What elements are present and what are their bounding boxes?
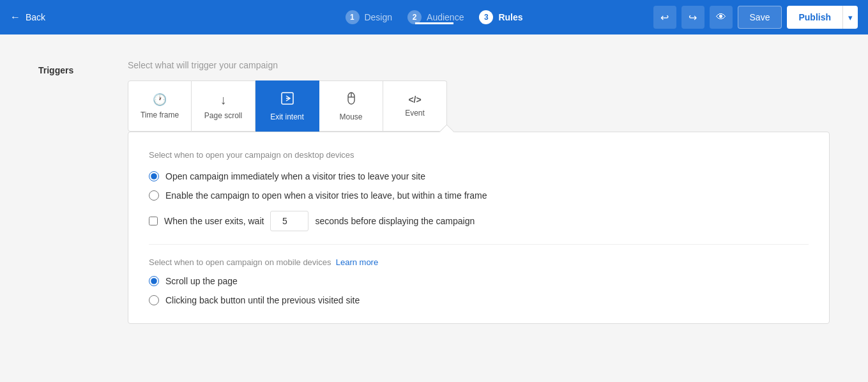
mobile-radio-scroll-up[interactable]	[149, 276, 159, 286]
step-rules-badge: 3	[479, 10, 493, 24]
mobile-option-scroll-up-label: Scroll up the page	[165, 276, 238, 286]
section-label: Triggers	[38, 60, 89, 324]
step-design-badge: 1	[345, 10, 359, 24]
mobile-radio-group: Scroll up the page Clicking back button …	[149, 276, 809, 305]
triggers-section: Triggers Select what will trigger your c…	[38, 60, 830, 324]
tab-mouse-label: Mouse	[339, 112, 362, 121]
desktop-option-immediately[interactable]: Open campaign immediately when a visitor…	[149, 171, 809, 181]
app-header: ← Back 1 Design 2 Audience 3 Rules ↩ ↪ 👁…	[0, 0, 868, 34]
publish-group: Publish ▾	[787, 6, 858, 29]
options-panel: Select when to open your campaign on des…	[128, 132, 830, 324]
tab-event-label: Event	[405, 109, 425, 118]
mobile-options-title: Select when to open campaign on mobile d…	[149, 257, 809, 267]
mobile-option-scroll-up[interactable]: Scroll up the page	[149, 276, 809, 286]
wait-suffix-label: seconds before displaying the campaign	[315, 216, 475, 226]
chevron-down-icon: ▾	[848, 13, 853, 22]
publish-button[interactable]: Publish	[787, 6, 842, 29]
step-rules-label: Rules	[498, 12, 522, 22]
preview-button[interactable]: 👁	[710, 6, 733, 29]
back-button[interactable]: ← Back	[10, 11, 45, 23]
tab-page-scroll-label: Page scroll	[204, 111, 242, 120]
mobile-option-back-button-label: Clicking back button until the previous …	[165, 295, 360, 305]
back-label: Back	[26, 12, 45, 22]
step-nav: 1 Design 2 Audience 3 Rules	[345, 10, 522, 24]
tab-time-frame-label: Time frame	[141, 111, 179, 119]
header-actions: ↩ ↪ 👁 Save Publish ▾	[653, 6, 858, 29]
mouse-icon	[344, 91, 358, 109]
desktop-options-title: Select when to open your campaign on des…	[149, 150, 809, 160]
step-audience-label: Audience	[427, 12, 464, 22]
step-design-label: Design	[364, 12, 392, 22]
tab-time-frame[interactable]: 🕐 Time frame	[128, 80, 192, 132]
wait-seconds-input[interactable]	[270, 211, 308, 231]
desktop-option-timeframe[interactable]: Enable the campaign to open when a visit…	[149, 190, 809, 201]
back-arrow-icon: ←	[10, 11, 20, 23]
main-content: Triggers Select what will trigger your c…	[0, 34, 868, 349]
code-icon: </>	[408, 95, 421, 105]
desktop-radio-immediately[interactable]	[149, 171, 159, 181]
wait-checkbox[interactable]	[149, 217, 158, 225]
clock-icon: 🕐	[153, 93, 167, 107]
wait-row: When the user exits, wait seconds before…	[149, 211, 809, 231]
undo-button[interactable]: ↩	[653, 6, 676, 29]
tab-mouse[interactable]: Mouse	[319, 80, 383, 132]
desktop-option-immediately-label: Open campaign immediately when a visitor…	[165, 171, 425, 181]
tab-exit-intent-label: Exit intent	[270, 112, 304, 121]
section-divider	[149, 244, 809, 245]
desktop-option-timeframe-label: Enable the campaign to open when a visit…	[165, 190, 487, 201]
mobile-option-back-button[interactable]: Clicking back button until the previous …	[149, 295, 809, 305]
publish-dropdown-button[interactable]: ▾	[842, 6, 858, 29]
tab-page-scroll[interactable]: ↓ Page scroll	[192, 80, 255, 132]
wait-prefix-label: When the user exits, wait	[164, 216, 264, 226]
learn-more-link[interactable]: Learn more	[336, 257, 378, 267]
step-underline	[415, 22, 453, 24]
triggers-subtitle: Select what will trigger your campaign	[128, 60, 830, 70]
exit-icon	[280, 91, 294, 109]
desktop-radio-timeframe[interactable]	[149, 190, 159, 201]
trigger-tabs: 🕐 Time frame ↓ Page scroll Exi	[128, 80, 830, 132]
redo-icon: ↪	[689, 11, 697, 24]
redo-button[interactable]: ↪	[681, 6, 704, 29]
save-button[interactable]: Save	[738, 6, 782, 29]
tab-event[interactable]: </> Event	[383, 80, 447, 132]
step-rules[interactable]: 3 Rules	[479, 10, 522, 24]
undo-icon: ↩	[660, 11, 669, 24]
desktop-radio-group: Open campaign immediately when a visitor…	[149, 171, 809, 201]
mobile-radio-back-button[interactable]	[149, 295, 159, 305]
scroll-down-icon: ↓	[220, 93, 227, 107]
step-design[interactable]: 1 Design	[345, 10, 392, 24]
section-body: Select what will trigger your campaign 🕐…	[128, 60, 830, 324]
tab-exit-intent[interactable]: Exit intent	[255, 80, 319, 132]
eye-icon: 👁	[716, 11, 726, 23]
